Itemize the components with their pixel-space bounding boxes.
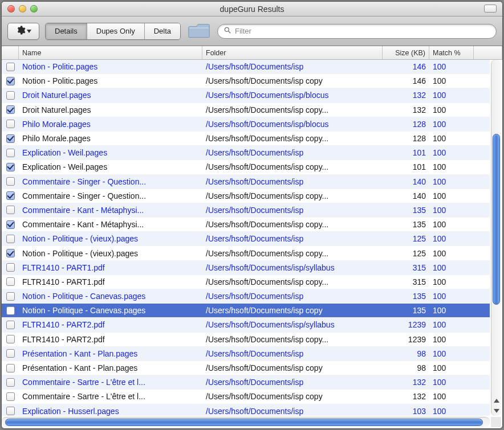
segment-delta[interactable]: Delta [145, 23, 180, 39]
row-checkbox[interactable] [6, 134, 15, 143]
table-row[interactable]: FLTR1410 - PART1.pdf/Users/hsoft/Documen… [2, 275, 490, 289]
column-header-match[interactable]: Match % [429, 46, 474, 59]
table-row[interactable]: Notion - Politic.pages/Users/hsoft/Docum… [2, 74, 490, 88]
table-row[interactable]: Notion - Politique - Canevas.pages/Users… [2, 289, 490, 304]
row-checkbox[interactable] [6, 63, 15, 71]
row-size: 125 [383, 249, 429, 258]
row-checkbox[interactable] [6, 235, 15, 243]
column-header-size[interactable]: Size (KB) [383, 46, 429, 59]
row-size: 132 [383, 378, 429, 387]
row-checkbox[interactable] [6, 364, 15, 372]
row-match: 100 [429, 335, 474, 344]
row-checkbox[interactable] [6, 306, 15, 315]
row-checkbox[interactable] [6, 392, 15, 401]
column-header-checkbox[interactable] [2, 46, 19, 59]
column-header-folder[interactable]: Folder [202, 46, 383, 59]
row-name: Présentation - Kant - Plan.pages [19, 363, 202, 372]
resize-grip[interactable] [491, 417, 501, 427]
table-row[interactable]: Explication - Weil.pages/Users/hsoft/Doc… [2, 160, 490, 174]
table-row[interactable]: Philo Morale.pages/Users/hsoft/Documents… [2, 117, 490, 132]
titlebar[interactable]: dupeGuru Results [2, 2, 502, 17]
table-row[interactable]: Commentaire - Sartre - L'être et l.../Us… [2, 375, 490, 390]
row-match: 100 [429, 363, 474, 372]
vertical-scrollbar[interactable] [491, 60, 501, 416]
table-row[interactable]: FLTR1410 - PART2.pdf/Users/hsoft/Documen… [2, 333, 490, 347]
table-row[interactable]: Notion - Politic.pages/Users/hsoft/Docum… [2, 60, 490, 74]
row-checkbox[interactable] [6, 177, 15, 186]
row-checkbox[interactable] [6, 149, 15, 157]
row-checkbox[interactable] [6, 105, 15, 114]
table-row[interactable]: Commentaire - Kant - Métaphysi.../Users/… [2, 203, 490, 218]
row-checkbox[interactable] [6, 321, 15, 329]
row-checkbox[interactable] [6, 220, 15, 229]
column-header-name[interactable]: Name [19, 46, 202, 59]
toolbar-toggle-button[interactable] [484, 5, 497, 13]
row-checkbox-cell [2, 63, 19, 71]
row-checkbox[interactable] [6, 191, 15, 200]
row-match: 100 [429, 105, 474, 114]
row-folder: /Users/hsoft/Documents/isp/syllabus [202, 263, 383, 272]
window-zoom-button[interactable] [30, 5, 38, 13]
row-size: 132 [383, 105, 429, 114]
table-row[interactable]: Notion - Politique - (vieux).pages/Users… [2, 246, 490, 260]
table-row[interactable]: Commentaire - Singer - Question.../Users… [2, 175, 490, 189]
row-name: FLTR1410 - PART1.pdf [19, 263, 202, 272]
window-minimize-button[interactable] [19, 5, 26, 13]
search-icon [223, 26, 231, 36]
table-row[interactable]: Présentation - Kant - Plan.pages/Users/h… [2, 347, 490, 361]
table-row[interactable]: Commentaire - Sartre - L'être et l.../Us… [2, 390, 490, 404]
row-checkbox[interactable] [6, 407, 15, 415]
filter-input[interactable] [235, 27, 490, 35]
row-checkbox[interactable] [6, 206, 15, 214]
reveal-folder-button[interactable] [186, 21, 212, 42]
table-body: Notion - Politic.pages/Users/hsoft/Docum… [2, 60, 490, 416]
row-checkbox[interactable] [6, 378, 15, 387]
table-row[interactable]: Commentaire - Singer - Question.../Users… [2, 189, 490, 203]
row-match: 100 [429, 206, 474, 215]
horizontal-scrollbar[interactable] [2, 417, 490, 427]
row-checkbox[interactable] [6, 263, 15, 272]
row-name: Commentaire - Singer - Question... [19, 191, 202, 200]
row-folder: /Users/hsoft/Documents/isp [202, 407, 383, 416]
table-row[interactable]: Commentaire - Kant - Métaphysi.../Users/… [2, 218, 490, 232]
row-checkbox[interactable] [6, 120, 15, 128]
table-row[interactable]: Droit Naturel.pages/Users/hsoft/Document… [2, 88, 490, 103]
table-row[interactable]: Explication - Weil.pages/Users/hsoft/Doc… [2, 146, 490, 160]
segment-dupes-only[interactable]: Dupes Only [87, 23, 145, 39]
row-checkbox-cell [2, 349, 19, 358]
table-row[interactable]: Présentation - Kant - Plan.pages/Users/h… [2, 361, 490, 375]
row-match: 100 [429, 91, 474, 100]
row-checkbox[interactable] [6, 77, 15, 85]
table-row[interactable]: Notion - Politique - (vieux).pages/Users… [2, 232, 490, 246]
actions-menu-button[interactable] [7, 23, 39, 40]
row-checkbox-cell [2, 220, 19, 229]
table-row[interactable]: Notion - Politique - Canevas.pages/Users… [2, 304, 490, 318]
row-checkbox[interactable] [6, 91, 15, 100]
table-row[interactable]: Philo Morale.pages/Users/hsoft/Documents… [2, 132, 490, 146]
vertical-scroll-thumb[interactable] [493, 134, 500, 305]
filter-search[interactable] [217, 24, 497, 39]
row-folder: /Users/hsoft/Documents/isp/blocus [202, 120, 383, 129]
row-match: 100 [429, 349, 474, 358]
svg-point-0 [225, 27, 229, 31]
row-checkbox[interactable] [6, 163, 15, 171]
table-row[interactable]: Explication - Husserl.pages/Users/hsoft/… [2, 404, 490, 416]
table-row[interactable]: FLTR1410 - PART2.pdf/Users/hsoft/Documen… [2, 318, 490, 332]
horizontal-scroll-thumb[interactable] [5, 419, 483, 426]
row-checkbox[interactable] [6, 349, 15, 358]
row-match: 100 [429, 320, 474, 329]
row-name: Philo Morale.pages [19, 134, 202, 143]
scroll-down-button[interactable] [491, 406, 501, 416]
table-row[interactable]: Droit Naturel.pages/Users/hsoft/Document… [2, 103, 490, 117]
window-close-button[interactable] [7, 5, 15, 13]
row-checkbox[interactable] [6, 335, 15, 343]
row-folder: /Users/hsoft/Documents/isp copy [202, 363, 383, 372]
row-checkbox[interactable] [6, 249, 15, 257]
segment-details[interactable]: Details [46, 23, 87, 39]
row-checkbox[interactable] [6, 277, 15, 286]
row-checkbox[interactable] [6, 292, 15, 301]
scroll-up-button[interactable] [491, 395, 501, 406]
table-row[interactable]: FLTR1410 - PART1.pdf/Users/hsoft/Documen… [2, 261, 490, 275]
toolbar: Details Dupes Only Delta [2, 17, 502, 46]
row-checkbox-cell [2, 105, 19, 114]
